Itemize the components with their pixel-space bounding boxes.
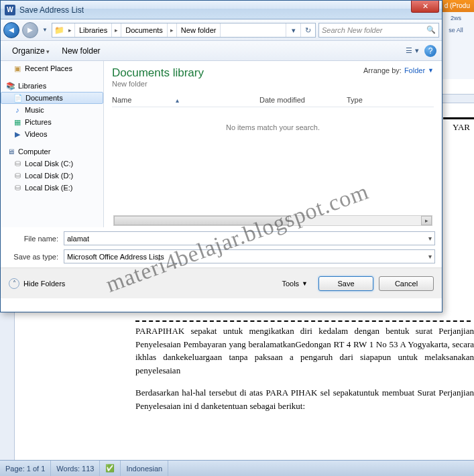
library-title: Documents library xyxy=(112,66,204,80)
save-button[interactable]: Save xyxy=(318,276,373,291)
chevron-right-icon[interactable]: ▸ xyxy=(168,23,177,37)
disk-icon: ⛁ xyxy=(13,159,22,168)
tree-label: Local Disk (D:) xyxy=(25,172,73,180)
button-row: ˄ Hide Folders Tools▼ Save Cancel xyxy=(1,267,442,298)
tree-music[interactable]: ♪Music xyxy=(1,104,103,116)
sort-asc-icon: ▴ xyxy=(176,97,179,104)
library-subtitle: New folder xyxy=(112,80,204,88)
dialog-titlebar[interactable]: W Save Address List ✕ xyxy=(1,1,442,19)
savetype-select[interactable]: Microsoft Office Address Lists xyxy=(64,249,435,263)
tree-pictures[interactable]: ▦Pictures xyxy=(1,116,103,128)
search-placeholder: Search New folder xyxy=(322,26,383,34)
doc-paragraph: Berdasarkan hal-hal tersebut di atas PAR… xyxy=(135,386,474,412)
ribbon-label: 2ws xyxy=(438,12,474,24)
tree-disk-c[interactable]: ⛁Local Disk (C:) xyxy=(1,158,103,170)
savetype-label: Save as type: xyxy=(7,253,64,261)
column-type[interactable]: Type xyxy=(347,96,400,104)
document-body: PARAPIHAK sepakat untuk mengikatkan diri… xyxy=(15,314,474,460)
disk-icon: ⛁ xyxy=(13,183,22,192)
new-folder-button[interactable]: New folder xyxy=(56,44,106,58)
organize-button[interactable]: Organize xyxy=(6,44,56,58)
history-dropdown[interactable]: ▼ xyxy=(41,23,49,37)
savetype-row: Save as type: Microsoft Office Address L… xyxy=(1,249,442,267)
tree-documents[interactable]: 📄Documents xyxy=(1,92,103,104)
tree-recent-places[interactable]: ▣Recent Places xyxy=(1,62,103,74)
status-page[interactable]: Page: 1 of 1 xyxy=(0,461,51,476)
tree-computer[interactable]: 🖥Computer xyxy=(1,145,103,158)
chevron-down-icon: ▼ xyxy=(428,67,434,74)
search-input[interactable]: Search New folder 🔍 xyxy=(318,23,439,38)
content-pane: Documents library New folder Arrange by:… xyxy=(104,61,442,227)
tree-label: Videos xyxy=(25,130,47,138)
chevron-down-icon: ▼ xyxy=(302,280,308,287)
tree-label: Recent Places xyxy=(25,64,72,72)
hide-folders-button[interactable]: ˄ Hide Folders xyxy=(9,278,65,289)
arrange-label: Arrange by: xyxy=(363,66,402,74)
doc-separator xyxy=(135,320,471,322)
word-icon: W xyxy=(5,5,15,15)
arrange-by[interactable]: Arrange by: Folder ▼ xyxy=(363,66,434,74)
breadcrumb-dropdown[interactable]: ▾ xyxy=(286,23,300,37)
filename-label: File name: xyxy=(7,235,64,243)
filename-row: File name: alamat xyxy=(1,227,442,249)
doc-fragment: YAR xyxy=(453,122,470,133)
scroll-thumb[interactable] xyxy=(114,216,289,225)
status-bar: Page: 1 of 1 Words: 113 ✅ Indonesian xyxy=(0,460,474,476)
status-words[interactable]: Words: 113 xyxy=(51,461,100,476)
chevron-right-icon[interactable]: ▸ xyxy=(66,23,75,37)
toolbar: Organize New folder ☰ ▾ ? xyxy=(1,41,442,61)
breadcrumb-documents[interactable]: Documents xyxy=(121,23,168,37)
tree-label: Computer xyxy=(18,147,50,156)
tree-disk-e[interactable]: ⛁Local Disk (E:) xyxy=(1,182,103,194)
column-headers[interactable]: Name▴ Date modified Type xyxy=(112,96,434,107)
empty-message: No items match your search. xyxy=(112,107,434,215)
back-button[interactable]: ◄ xyxy=(3,22,19,38)
music-icon: ♪ xyxy=(13,105,22,115)
computer-icon: 🖥 xyxy=(6,147,15,156)
dialog-title: Save Address List xyxy=(19,5,84,15)
breadcrumb[interactable]: 📁 ▸ Libraries ▸ Documents ▸ New folder ▾… xyxy=(52,23,316,38)
word-ribbon-fragment: 2ws se All xyxy=(437,12,474,79)
tree-label: Local Disk (E:) xyxy=(25,184,73,192)
cancel-button[interactable]: Cancel xyxy=(379,276,434,291)
dialog-body: ▣Recent Places 📚Libraries 📄Documents ♪Mu… xyxy=(1,61,442,227)
libraries-icon: 📚 xyxy=(6,81,15,91)
chevron-right-icon[interactable]: ▸ xyxy=(112,23,121,37)
videos-icon: ▶ xyxy=(13,129,22,139)
filename-input[interactable]: alamat xyxy=(64,231,435,245)
folder-icon: 📁 xyxy=(52,25,66,35)
tree-label: Pictures xyxy=(25,118,52,126)
tree-label: Music xyxy=(25,106,44,114)
forward-button[interactable]: ► xyxy=(22,22,38,38)
status-proofing[interactable]: ✅ xyxy=(100,461,121,476)
horizontal-scrollbar[interactable]: ◂ ▸ xyxy=(113,215,432,226)
close-button[interactable]: ✕ xyxy=(411,1,439,13)
save-dialog: W Save Address List ✕ ◄ ► ▼ 📁 ▸ Librarie… xyxy=(0,0,442,312)
column-date[interactable]: Date modified xyxy=(259,96,347,104)
help-icon[interactable]: ? xyxy=(424,45,436,57)
scroll-right-icon[interactable]: ▸ xyxy=(421,216,432,225)
arrange-value[interactable]: Folder xyxy=(404,66,425,74)
pictures-icon: ▦ xyxy=(13,117,22,127)
status-language[interactable]: Indonesian xyxy=(121,461,168,476)
refresh-button[interactable]: ↻ xyxy=(300,23,315,37)
nav-tree[interactable]: ▣Recent Places 📚Libraries 📄Documents ♪Mu… xyxy=(1,61,104,227)
tree-videos[interactable]: ▶Videos xyxy=(1,128,103,140)
disk-icon: ⛁ xyxy=(13,171,22,180)
chevron-up-icon: ˄ xyxy=(9,278,19,289)
ribbon-label: se All xyxy=(438,24,474,36)
tree-label: Local Disk (C:) xyxy=(25,160,73,168)
tree-disk-d[interactable]: ⛁Local Disk (D:) xyxy=(1,170,103,182)
tools-button[interactable]: Tools▼ xyxy=(276,277,313,290)
breadcrumb-libraries[interactable]: Libraries xyxy=(75,23,112,37)
view-button[interactable]: ☰ ▾ xyxy=(404,44,420,58)
tree-label: Documents xyxy=(25,94,63,102)
nav-row: ◄ ► ▼ 📁 ▸ Libraries ▸ Documents ▸ New fo… xyxy=(1,19,442,41)
documents-icon: 📄 xyxy=(13,93,23,103)
doc-paragraph: PARAPIHAK sepakat untuk mengikatkan diri… xyxy=(135,324,474,377)
column-name[interactable]: Name▴ xyxy=(112,96,259,104)
breadcrumb-newfolder[interactable]: New folder xyxy=(177,23,221,37)
tree-libraries[interactable]: 📚Libraries xyxy=(1,80,103,92)
search-icon: 🔍 xyxy=(426,25,436,34)
recent-icon: ▣ xyxy=(13,64,22,73)
